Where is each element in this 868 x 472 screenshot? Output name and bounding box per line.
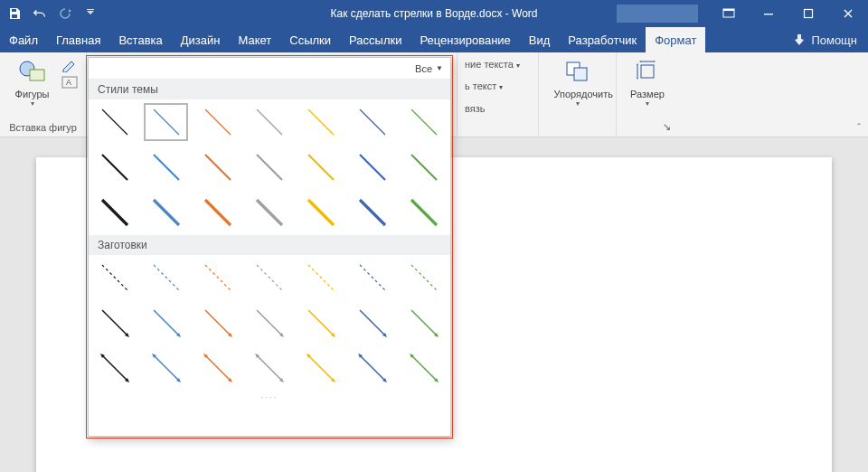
style-swatch[interactable] [347, 190, 399, 235]
style-swatch[interactable] [296, 255, 347, 300]
style-swatch[interactable] [140, 300, 192, 345]
svg-line-56 [102, 355, 127, 381]
shapes-icon [9, 56, 56, 87]
size-button[interactable]: Размер ▾ [624, 56, 671, 108]
svg-rect-4 [723, 9, 734, 11]
svg-line-27 [411, 155, 437, 180]
qat-customize-icon[interactable] [83, 6, 98, 21]
style-swatch[interactable] [89, 255, 140, 300]
style-swatch[interactable] [347, 300, 399, 345]
minimize-button[interactable] [749, 0, 788, 27]
tab-вид[interactable]: Вид [520, 27, 560, 52]
text-fill-partial[interactable]: ь текст ▾ [465, 78, 503, 96]
style-swatch[interactable] [140, 145, 192, 190]
style-swatch[interactable] [89, 345, 140, 391]
svg-line-24 [257, 155, 282, 180]
svg-line-37 [205, 265, 231, 290]
gallery-all-button[interactable]: Все▼ [89, 58, 450, 80]
style-swatch[interactable] [399, 345, 450, 391]
shape-styles-gallery: Все▼ Стили темы Заготовки ···· [88, 57, 451, 437]
text-wrap-partial[interactable]: ние текста ▾ [465, 56, 520, 74]
style-swatch[interactable] [296, 145, 347, 190]
text-box-icon[interactable]: A [61, 76, 78, 89]
style-swatch[interactable] [347, 345, 399, 391]
style-swatch[interactable] [347, 255, 399, 300]
style-swatch[interactable] [399, 190, 450, 235]
close-button[interactable] [828, 0, 868, 27]
svg-line-28 [102, 200, 127, 225]
ribbon-tabs: ФайлГлавнаяВставкаДизайнМакетСсылкиРассы… [0, 27, 868, 52]
style-swatch[interactable] [243, 300, 295, 345]
ribbon-group-size: Размер ▾ ↘ [617, 52, 678, 137]
account-box[interactable] [617, 5, 698, 23]
arrange-icon [554, 56, 601, 87]
style-swatch[interactable] [243, 190, 295, 235]
svg-line-44 [154, 310, 179, 335]
style-swatch[interactable] [89, 190, 140, 235]
tab-вставка[interactable]: Вставка [109, 27, 171, 52]
gallery-grid-theme [89, 99, 450, 235]
style-swatch[interactable] [243, 345, 295, 391]
style-swatch[interactable] [399, 300, 450, 345]
style-swatch[interactable] [347, 145, 399, 190]
edit-shape-icon[interactable] [61, 60, 78, 72]
style-swatch[interactable] [89, 99, 140, 145]
tab-рецензирование[interactable]: Рецензирование [410, 27, 519, 52]
style-swatch[interactable] [399, 145, 450, 190]
style-swatch[interactable] [347, 99, 399, 145]
style-swatch[interactable] [399, 255, 450, 300]
tab-формат[interactable]: Формат [646, 27, 705, 52]
tab-ссылки[interactable]: Ссылки [280, 27, 340, 52]
ribbon-group-arrange: Упорядочить ▾ [539, 52, 617, 137]
style-swatch[interactable] [140, 255, 192, 300]
maximize-button[interactable] [788, 0, 828, 27]
svg-rect-2 [87, 9, 94, 10]
gallery-section-presets: Заготовки [89, 235, 450, 255]
svg-line-15 [154, 109, 179, 135]
svg-line-17 [257, 109, 282, 135]
tab-главная[interactable]: Главная [47, 27, 109, 52]
style-swatch[interactable] [243, 145, 295, 190]
arrange-button[interactable]: Упорядочить ▾ [554, 56, 601, 108]
save-icon[interactable] [7, 6, 22, 21]
style-swatch[interactable] [399, 99, 450, 145]
svg-line-38 [257, 265, 282, 290]
style-swatch[interactable] [140, 345, 192, 391]
undo-icon[interactable] [33, 6, 47, 21]
tab-дизайн[interactable]: Дизайн [172, 27, 230, 52]
style-swatch[interactable] [192, 345, 243, 391]
collapse-ribbon-icon[interactable]: ˆ [857, 122, 861, 133]
tab-файл[interactable]: Файл [0, 27, 47, 52]
chevron-down-icon: ▾ [624, 99, 671, 108]
tab-разработчик[interactable]: Разработчик [559, 27, 646, 52]
style-swatch[interactable] [243, 99, 295, 145]
style-swatch[interactable] [243, 255, 295, 300]
svg-line-34 [411, 200, 437, 225]
tell-me-help[interactable]: Помощн [782, 27, 868, 52]
style-swatch[interactable] [192, 255, 243, 300]
redo-icon[interactable] [58, 6, 72, 21]
style-swatch[interactable] [296, 190, 347, 235]
gallery-resize-handle[interactable]: ···· [89, 391, 450, 402]
tab-рассылки[interactable]: Рассылки [340, 27, 410, 52]
style-swatch[interactable] [192, 300, 243, 345]
svg-line-40 [360, 265, 385, 290]
style-swatch[interactable] [140, 190, 192, 235]
style-swatch[interactable] [296, 99, 347, 145]
style-swatch[interactable] [192, 145, 243, 190]
style-swatch[interactable] [89, 300, 140, 345]
svg-line-20 [411, 109, 437, 135]
ribbon-display-options-icon[interactable] [709, 0, 749, 27]
style-swatch[interactable] [192, 99, 243, 145]
style-swatch[interactable] [296, 345, 347, 391]
tab-макет[interactable]: Макет [229, 27, 280, 52]
create-link-partial[interactable]: вязь [465, 100, 485, 117]
style-swatch[interactable] [89, 145, 140, 190]
ribbon-group-label: Вставка фигур [9, 120, 77, 135]
shapes-button[interactable]: Фигуры ▾ [9, 56, 56, 108]
svg-rect-8 [30, 70, 44, 80]
svg-line-52 [360, 310, 385, 335]
style-swatch[interactable] [296, 300, 347, 345]
style-swatch[interactable] [192, 190, 243, 235]
style-swatch[interactable] [140, 99, 192, 145]
